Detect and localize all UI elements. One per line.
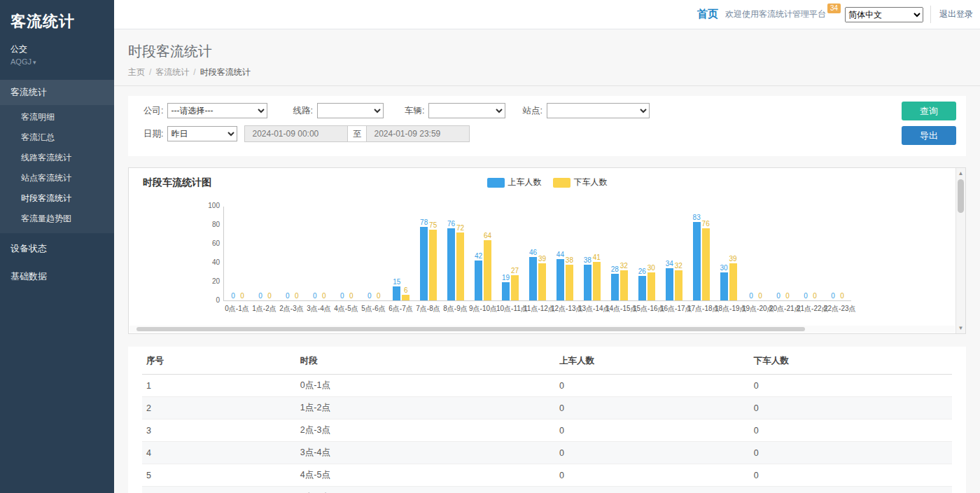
table-body: 10点-1点0021点-2点0032点-3点0043点-4点0054点-5点00…: [142, 375, 952, 493]
language-select[interactable]: 简体中文: [845, 7, 923, 22]
x-axis-label: 0点-1点: [223, 304, 251, 314]
station-label: 站点:: [522, 105, 542, 117]
bar-value-label: 0: [785, 292, 790, 300]
sidebar-section-device-status[interactable]: 设备状态: [0, 236, 114, 261]
app-logo: 客流统计: [0, 0, 114, 42]
bar-value-label: 34: [666, 260, 673, 268]
sidebar-item-period-stats[interactable]: 时段客流统计: [0, 188, 114, 209]
x-axis-label: 15点-16点: [633, 304, 660, 314]
x-axis-label: 11点-12点: [524, 304, 551, 314]
table-cell: 3: [142, 419, 296, 442]
bar-group: 00: [306, 292, 333, 300]
bar-value-label: 39: [729, 255, 737, 263]
table-cell: 4点-5点: [296, 464, 555, 487]
bar: [593, 262, 601, 300]
table-header-cell: 时段: [296, 348, 555, 375]
bar-column: 0: [747, 292, 756, 300]
legend-item[interactable]: 上车人数: [487, 176, 542, 188]
date-end-input[interactable]: [366, 125, 470, 142]
horizontal-scrollbar-thumb[interactable]: [136, 327, 805, 331]
station-select[interactable]: [547, 103, 650, 118]
bar-column: 0: [283, 292, 292, 300]
table-cell: 0: [555, 442, 750, 464]
bar-group: 2832: [606, 262, 633, 300]
query-button[interactable]: 查询: [902, 102, 956, 120]
bar-value-label: 27: [511, 267, 519, 275]
table-row: 10点-1点00: [142, 375, 952, 397]
bar-column: 46: [528, 249, 538, 300]
table-row: 32点-3点00: [142, 419, 952, 442]
table-header-cell: 序号: [142, 348, 296, 375]
x-axis-label: 14点-15点: [606, 304, 633, 314]
page-header: 时段客流统计 主页/客流统计/时段客流统计: [114, 29, 980, 86]
data-table-panel: 序号时段上车人数下车人数 10点-1点0021点-2点0032点-3点0043点…: [128, 347, 966, 493]
bar-value-label: 64: [484, 232, 491, 239]
sidebar-item-line-stats[interactable]: 线路客流统计: [0, 148, 114, 168]
sidebar-menu: 客流统计客流明细客流汇总线路客流统计站点客流统计时段客流统计客流量趋势图设备状态…: [0, 80, 114, 289]
bar-group: 00: [769, 292, 797, 300]
bar-group: 156: [388, 278, 415, 300]
bar: [566, 265, 573, 300]
sidebar-item-station-stats[interactable]: 站点客流统计: [0, 168, 114, 188]
bar-column: 75: [428, 221, 438, 300]
bar-column: 38: [583, 256, 592, 300]
scroll-down-icon[interactable]: ▼: [956, 325, 965, 331]
bar-value-label: 0: [776, 292, 780, 300]
x-axis-label: 8点-9点: [442, 304, 469, 314]
bar-value-label: 0: [240, 292, 244, 300]
bar-value-label: 32: [675, 262, 682, 270]
bar-value-label: 26: [638, 268, 646, 275]
vertical-scrollbar[interactable]: ▲ ▼: [955, 168, 965, 333]
sidebar-section-base-data[interactable]: 基础数据: [0, 264, 114, 289]
table-header-cell: 下车人数: [750, 348, 952, 375]
sidebar-item-passenger-summary[interactable]: 客流汇总: [0, 127, 114, 148]
bar-value-label: 0: [231, 292, 235, 300]
x-axis-label: 5点-6点: [360, 304, 387, 314]
vehicle-label: 车辆:: [405, 105, 424, 117]
bar-group: 00: [224, 292, 251, 300]
bar-column: 0: [255, 292, 265, 300]
home-link[interactable]: 首页: [697, 8, 718, 21]
bar-value-label: 0: [349, 292, 354, 300]
line-select[interactable]: [317, 103, 384, 118]
bar-column: 0: [774, 292, 783, 300]
breadcrumb-item[interactable]: 主页: [128, 67, 145, 77]
sidebar-section-passenger-stats[interactable]: 客流统计: [0, 80, 114, 105]
company-select[interactable]: ---请选择---: [167, 103, 267, 118]
bar-column: 38: [565, 256, 574, 300]
bar-column: 30: [720, 264, 729, 301]
y-axis-tick: 40: [197, 258, 220, 266]
vehicle-select[interactable]: [428, 103, 505, 118]
bar-value-label: 0: [377, 292, 381, 300]
bar-column: 39: [729, 255, 738, 300]
sidebar-item-passenger-detail[interactable]: 客流明细: [0, 107, 114, 127]
legend-item[interactable]: 下车人数: [553, 176, 608, 188]
breadcrumb-item[interactable]: 客流统计: [155, 67, 189, 77]
horizontal-scrollbar[interactable]: [130, 326, 955, 333]
table-cell: 2: [142, 397, 296, 419]
bar-value-label: 0: [267, 292, 272, 300]
table-cell: 1: [142, 375, 296, 397]
bar-value-label: 15: [393, 278, 400, 286]
scroll-up-icon[interactable]: ▲: [956, 170, 965, 176]
user-menu[interactable]: AQGJ▾: [0, 55, 114, 77]
y-axis-tick: 20: [197, 277, 220, 285]
date-preset-select[interactable]: 昨日: [167, 126, 237, 141]
bar-column: 42: [474, 252, 483, 300]
legend-swatch: [553, 178, 570, 188]
bar-value-label: 78: [420, 218, 428, 226]
bar: [420, 227, 428, 300]
bar: [529, 257, 537, 300]
bar: [402, 295, 410, 300]
vertical-scrollbar-thumb[interactable]: [958, 179, 964, 213]
export-button[interactable]: 导出: [902, 126, 956, 145]
bar-value-label: 6: [404, 286, 408, 294]
breadcrumb: 主页/客流统计/时段客流统计: [128, 67, 966, 78]
logout-link[interactable]: 退出登录: [930, 6, 974, 23]
bar-column: 39: [538, 255, 547, 300]
bar-group: 00: [797, 292, 824, 300]
sidebar-item-trend-chart[interactable]: 客流量趋势图: [0, 209, 114, 229]
breadcrumb-item: 时段客流统计: [200, 67, 251, 77]
sidebar: 客流统计 公交 AQGJ▾ 客流统计客流明细客流汇总线路客流统计站点客流统计时段…: [0, 0, 114, 493]
date-start-input[interactable]: [244, 125, 348, 142]
